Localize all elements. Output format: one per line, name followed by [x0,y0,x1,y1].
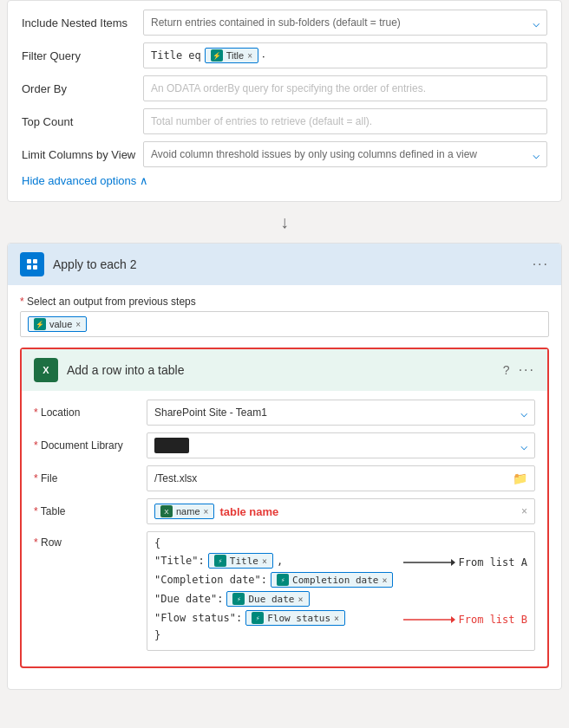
table-tag-close[interactable]: × [204,507,209,517]
value-tag-icon: ⚡ [34,318,46,330]
table-row-field: Table X name × table name × [34,498,535,524]
top-count-field[interactable]: Total number of entries to retrieve (def… [143,108,547,134]
svg-rect-3 [33,265,37,270]
filter-tag-close[interactable]: × [247,51,252,61]
from-list-b-text: From list B [459,614,527,626]
help-icon[interactable]: ? [503,363,510,377]
folder-icon: 📁 [513,471,527,485]
limit-columns-row: Limit Columns by View Avoid column thres… [22,141,547,167]
row-field-row: Row { "Title": ⚡ [34,531,535,651]
value-tag: ⚡ value × [28,316,87,332]
row-line-flow: "Flow status": ⚡ Flow status × [154,610,396,626]
row-open-brace: { [154,537,160,549]
completion-tag: ⚡ Completion date × [271,572,393,588]
excel-icon: X [34,358,58,382]
location-chevron-icon: ⌵ [520,406,527,419]
title-tag-label: Title [230,556,258,567]
location-value: SharePoint Site - Team1 [154,406,267,419]
filter-query-field[interactable]: Title eq ⚡ Title × · [143,42,547,68]
header-actions: ? ··· [503,362,535,378]
svg-marker-7 [451,616,455,623]
document-library-label: Document Library [34,439,147,452]
filter-query-suffix: · [262,49,265,62]
due-tag: ⚡ Due date × [226,591,309,607]
table-x-button[interactable]: × [521,505,527,517]
filter-query-label: Filter Query [22,49,143,62]
title-tag-icon: ⚡ [214,555,226,567]
due-tag-label: Due date [248,594,294,605]
apply-each-card: Apply to each 2 ··· Select an output fro… [7,243,562,690]
limit-chevron-icon: ⌵ [533,147,540,161]
doc-library-dark-block [154,438,189,453]
title-comma: , [277,555,283,567]
row-line-close: } [154,629,527,641]
add-row-card: X Add a row into a table ? ··· Location … [20,348,549,668]
limit-columns-label: Limit Columns by View [22,148,143,161]
chevron-down-icon: ⌵ [533,16,540,29]
file-value: /Test.xlsx [154,472,197,484]
apply-each-menu[interactable]: ··· [533,257,549,272]
row-label: Row [34,531,147,549]
row-close-brace: } [154,629,160,641]
document-library-dropdown[interactable]: ⌵ [147,432,535,458]
location-label: Location [34,406,147,419]
flow-status-line-wrapper: "Flow status": ⚡ Flow status × [154,610,527,629]
filter-query-tag-label: Title [226,50,244,61]
add-row-menu[interactable]: ··· [519,362,535,378]
row-line-title: "Title": ⚡ Title × , [154,553,396,569]
include-nested-dropdown[interactable]: Return entries contained in sub-folders … [143,10,547,36]
top-count-row: Top Count Total number of entries to ret… [22,108,547,134]
row-line-completion: "Completion date": ⚡ Completion date × [154,572,527,588]
loop-icon-svg [25,257,39,271]
add-row-body: Location SharePoint Site - Team1 ⌵ Docum… [22,391,547,666]
filter-query-tag: ⚡ Title × [205,48,258,63]
completion-tag-close[interactable]: × [382,575,387,585]
title-tag-close[interactable]: × [262,556,267,566]
table-tag: X name × [154,504,214,519]
row-line-open: { [154,537,527,549]
order-by-row: Order By An ODATA orderBy query for spec… [22,75,547,101]
limit-columns-dropdown[interactable]: Avoid column threshold issues by only us… [143,141,547,167]
row-field[interactable]: { "Title": ⚡ Title × [147,531,535,651]
down-arrow-icon: ↓ [280,212,289,232]
table-field[interactable]: X name × table name × [147,498,535,524]
hide-advanced-button[interactable]: Hide advanced options ∧ [22,174,547,187]
location-row: Location SharePoint Site - Team1 ⌵ [34,400,535,426]
from-list-b-annotation: From list B [396,613,527,627]
due-key: "Due date": [154,593,223,605]
include-nested-value: Return entries contained in sub-folders … [151,16,401,29]
location-dropdown[interactable]: SharePoint Site - Team1 ⌵ [147,400,535,426]
limit-columns-value: Avoid column threshold issues by only us… [151,148,477,160]
flow-tag-close[interactable]: × [334,614,339,623]
due-tag-icon: ⚡ [232,593,245,605]
apply-each-title: Apply to each 2 [53,257,524,271]
filter-query-row: Filter Query Title eq ⚡ Title × · [22,42,547,68]
file-control[interactable]: /Test.xlsx 📁 [147,465,535,491]
completion-key: "Completion date": [154,574,267,586]
apply-each-icon [20,252,44,276]
file-label: File [34,472,147,484]
apply-each-header: Apply to each 2 ··· [8,244,561,285]
flow-key: "Flow status": [154,612,242,624]
table-tag-icon: X [160,505,173,517]
from-list-a-text: From list A [459,556,527,569]
table-tag-label: name [176,506,200,517]
add-row-header: X Add a row into a table ? ··· [22,349,547,391]
svg-rect-2 [27,265,31,270]
from-list-a-annotation: From list A [396,556,527,569]
order-by-placeholder: An ODATA orderBy query for specifying th… [151,82,426,94]
completion-tag-label: Completion date [292,575,378,586]
top-count-placeholder: Total number of entries to retrieve (def… [151,115,372,127]
doc-library-chevron-icon: ⌵ [520,439,527,452]
value-tag-close[interactable]: × [75,320,81,329]
flow-tag: ⚡ Flow status × [245,610,345,626]
chevron-up-icon: ∧ [140,174,148,187]
value-tag-container[interactable]: ⚡ value × [20,311,549,337]
title-tag: ⚡ Title × [208,553,273,569]
due-tag-close[interactable]: × [298,595,303,604]
title-key: "Title": [154,555,205,567]
include-nested-row: Include Nested Items Return entries cont… [22,10,547,36]
row-line-due: "Due date": ⚡ Due date × [154,591,527,607]
hide-advanced-label: Hide advanced options [22,174,136,187]
order-by-field[interactable]: An ODATA orderBy query for specifying th… [143,75,547,101]
